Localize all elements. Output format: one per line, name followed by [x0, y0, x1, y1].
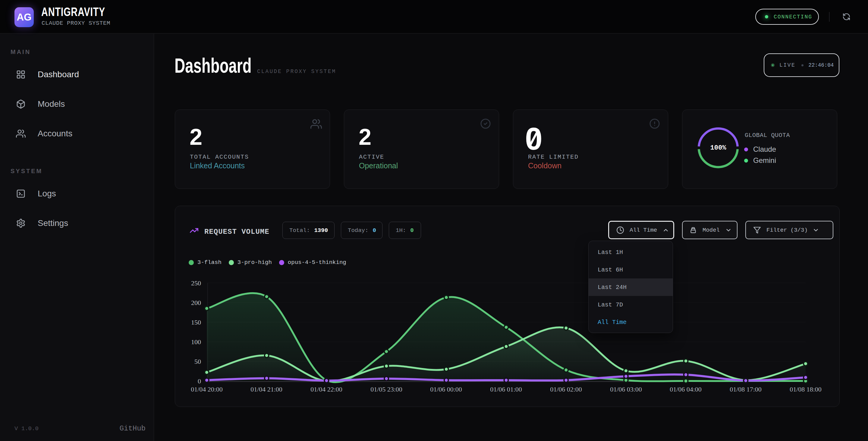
svg-text:01/04 22:00: 01/04 22:00 — [310, 385, 342, 393]
svg-text:150: 150 — [191, 319, 201, 326]
svg-text:01/06 00:00: 01/06 00:00 — [430, 385, 462, 393]
svg-text:01/04 20:00: 01/04 20:00 — [191, 385, 223, 393]
svg-text:01/06 04:00: 01/06 04:00 — [670, 385, 702, 393]
svg-text:50: 50 — [194, 358, 201, 365]
svg-text:250: 250 — [191, 279, 201, 287]
svg-text:100: 100 — [191, 338, 201, 346]
svg-text:01/06 03:00: 01/06 03:00 — [610, 385, 642, 393]
svg-text:01/05 23:00: 01/05 23:00 — [370, 385, 402, 393]
svg-text:01/06 02:00: 01/06 02:00 — [550, 385, 582, 393]
svg-text:01/08 18:00: 01/08 18:00 — [789, 385, 822, 393]
svg-text:01/08 17:00: 01/08 17:00 — [730, 385, 762, 393]
svg-text:01/06 01:00: 01/06 01:00 — [490, 385, 522, 393]
svg-text:01/04 21:00: 01/04 21:00 — [250, 385, 282, 393]
svg-text:0: 0 — [198, 377, 201, 385]
svg-text:200: 200 — [191, 299, 201, 306]
